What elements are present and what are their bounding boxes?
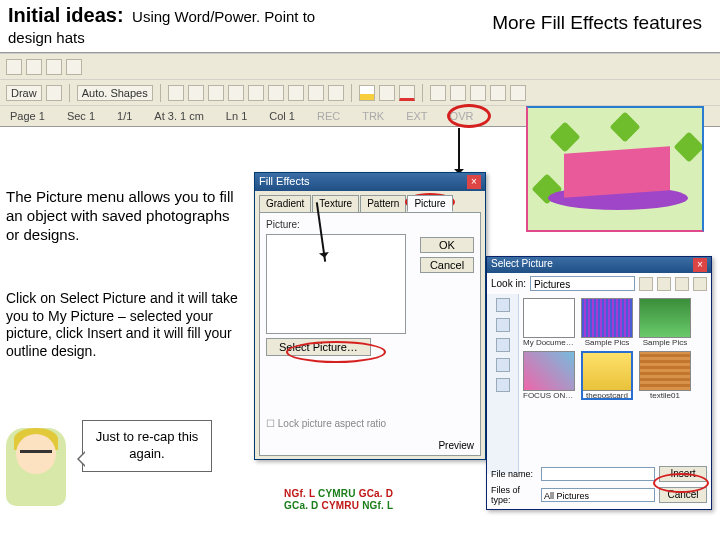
lookin-field[interactable]: Pictures [530, 276, 635, 291]
font-color-icon[interactable] [399, 85, 415, 101]
view-icon[interactable] [6, 59, 22, 75]
places-bar [487, 294, 519, 474]
arrow-icon[interactable] [188, 85, 204, 101]
status-trk: TRK [362, 110, 384, 122]
3d-icon[interactable] [510, 85, 526, 101]
cancel-button[interactable]: Cancel [420, 257, 474, 273]
paragraph-1: The Picture menu allows you to fill an o… [6, 188, 234, 244]
paragraph-2: Click on Select Picture and it will take… [6, 290, 251, 360]
list-item[interactable]: Sample Pics [639, 298, 691, 347]
view-icon[interactable] [66, 59, 82, 75]
filetype-label: Files of type: [491, 485, 537, 505]
filetype-field[interactable]: All Pictures [541, 488, 655, 502]
mydocs-icon[interactable] [496, 318, 510, 332]
up-icon[interactable] [657, 277, 671, 291]
list-item[interactable]: My Documents [523, 298, 575, 347]
line-style-icon[interactable] [430, 85, 446, 101]
history-icon[interactable] [496, 298, 510, 312]
status-ln: Ln 1 [226, 110, 247, 122]
list-item[interactable]: FOCUS ON DT ART IMAGE [523, 351, 575, 400]
tools-icon[interactable] [693, 277, 707, 291]
oval-icon[interactable] [228, 85, 244, 101]
ngfl-logo: NGf. L CYMRU GCa. D GCa. D CYMRU NGf. L [284, 488, 393, 512]
select-picture-button[interactable]: Select Picture… [266, 338, 371, 356]
status-at: At 3. 1 cm [154, 110, 204, 122]
title-main: Initial ideas: [8, 4, 124, 26]
autoshapes-menu[interactable]: Auto. Shapes [77, 85, 153, 101]
clipart-icon[interactable] [308, 85, 324, 101]
diagram-icon[interactable] [288, 85, 304, 101]
hat-illustration [526, 106, 704, 232]
tab-texture[interactable]: Texture [312, 195, 359, 212]
draw-menu[interactable]: Draw [6, 85, 42, 101]
tab-gradient[interactable]: Gradient [259, 195, 311, 212]
select-picture-dialog: Select Picture × Look in: Pictures My Do… [486, 256, 712, 510]
fill-color-icon[interactable] [359, 85, 375, 101]
dialog-title: Fill Effects [259, 175, 310, 189]
status-ext: EXT [406, 110, 427, 122]
status-page: Page 1 [10, 110, 45, 122]
view-icon[interactable] [46, 59, 62, 75]
fill-effects-dialog: Fill Effects × Gradient Texture Pattern … [254, 172, 486, 460]
title-line2: design hats [8, 29, 315, 46]
cancel-button[interactable]: Cancel [659, 487, 707, 503]
title-right: More Fill Effects features [492, 12, 702, 34]
lookin-label: Look in: [491, 278, 526, 289]
shadow-icon[interactable] [490, 85, 506, 101]
title-block: Initial ideas: Using Word/Power. Point t… [8, 4, 315, 46]
speech-callout: Just to re-cap this again. [82, 420, 212, 472]
close-icon[interactable]: × [467, 175, 481, 189]
favorites-icon[interactable] [496, 358, 510, 372]
desktop-icon[interactable] [496, 338, 510, 352]
line-color-icon[interactable] [379, 85, 395, 101]
list-item[interactable]: thepostcard [581, 351, 633, 400]
view-icon[interactable] [26, 59, 42, 75]
close-icon[interactable]: × [693, 258, 707, 272]
status-ovr: OVR [450, 110, 474, 122]
filename-label: File name: [491, 469, 537, 479]
lock-aspect-checkbox[interactable]: ☐ Lock picture aspect ratio [266, 418, 386, 429]
dash-style-icon[interactable] [450, 85, 466, 101]
textbox-icon[interactable] [248, 85, 264, 101]
thumbnail-grid: My Documents Sample Pics Sample Pics FOC… [519, 294, 711, 474]
select-arrow-icon[interactable] [46, 85, 62, 101]
status-pages: 1/1 [117, 110, 132, 122]
line-icon[interactable] [168, 85, 184, 101]
picture-icon[interactable] [328, 85, 344, 101]
rectangle-icon[interactable] [208, 85, 224, 101]
network-icon[interactable] [496, 378, 510, 392]
status-sec: Sec 1 [67, 110, 95, 122]
picture-label: Picture: [266, 219, 474, 230]
tab-picture[interactable]: Picture [407, 195, 452, 212]
list-item[interactable]: Sample Pics [581, 298, 633, 347]
ok-button[interactable]: OK [420, 237, 474, 253]
status-rec: REC [317, 110, 340, 122]
annotation-arrow [458, 128, 460, 178]
picture-preview [266, 234, 406, 334]
views-icon[interactable] [675, 277, 689, 291]
preview-label: Preview [438, 440, 474, 451]
insert-button[interactable]: Insert [659, 466, 707, 482]
wordart-icon[interactable] [268, 85, 284, 101]
arrow-style-icon[interactable] [470, 85, 486, 101]
avatar [6, 428, 66, 506]
dialog-title: Select Picture [491, 258, 553, 272]
filename-field[interactable] [541, 467, 655, 481]
title-sub: Using Word/Power. Point to [132, 8, 315, 25]
status-col: Col 1 [269, 110, 295, 122]
back-icon[interactable] [639, 277, 653, 291]
tab-pattern[interactable]: Pattern [360, 195, 406, 212]
list-item[interactable]: textile01 [639, 351, 691, 400]
